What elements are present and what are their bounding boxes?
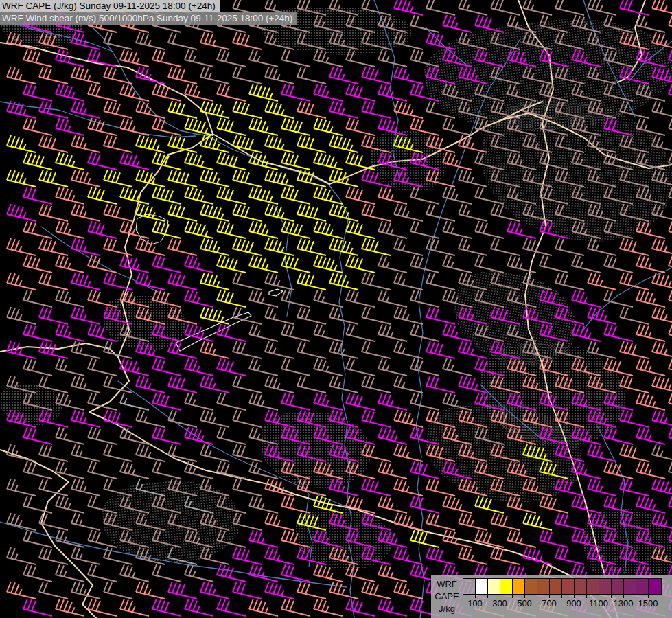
wind-barb — [39, 582, 68, 599]
wind-barb — [329, 0, 358, 15]
wind-barb — [200, 32, 229, 49]
wind-barb — [572, 290, 601, 307]
wind-barb — [604, 255, 633, 273]
wind-barb — [475, 290, 504, 307]
wind-barb — [23, 290, 52, 307]
wind-barb — [39, 307, 68, 324]
colorbar-cell — [649, 579, 661, 594]
wind-barb — [104, 32, 132, 49]
wind-barb — [620, 444, 649, 461]
wind-barb — [7, 582, 36, 599]
wind-barb — [426, 479, 455, 496]
wind-barb — [314, 152, 343, 170]
wind-barb — [152, 221, 181, 238]
colorbar-tick-label: 1500 — [638, 598, 658, 608]
wind-barb — [39, 170, 68, 187]
wind-barb — [136, 307, 165, 324]
wind-barb — [152, 496, 181, 513]
wind-barb — [249, 255, 278, 273]
wind-barb — [185, 427, 213, 444]
wind-barb — [378, 461, 407, 479]
wind-barb — [88, 152, 117, 170]
wind-barb — [669, 15, 672, 32]
wind-barb — [491, 307, 520, 324]
wind-barb — [265, 479, 294, 496]
wind-barb — [555, 32, 584, 49]
wind-barb — [217, 530, 246, 547]
wind-barb — [233, 67, 262, 84]
wind-barb — [23, 496, 52, 513]
wind-barb — [459, 479, 487, 496]
wind-barb — [297, 0, 326, 15]
wind-barb — [636, 427, 665, 444]
wind-barb — [394, 67, 423, 84]
wind-barb — [540, 15, 568, 32]
wind-barb — [265, 582, 294, 599]
wind-barb — [443, 290, 472, 307]
wind-barb — [329, 32, 358, 49]
wind-barb — [491, 479, 520, 496]
wind-barb — [588, 444, 616, 461]
colorbar-cell — [537, 579, 550, 594]
wind-barb — [555, 273, 584, 290]
wind-barb — [362, 238, 391, 255]
wind-barb — [314, 187, 343, 204]
wind-barb — [394, 582, 423, 599]
wind-barb — [71, 582, 100, 599]
wind-barb — [168, 32, 197, 49]
colorbar-cell — [488, 579, 500, 594]
wind-barb — [136, 479, 165, 496]
wind-barb — [152, 49, 181, 67]
wind-barb — [378, 564, 407, 582]
wind-barb — [572, 358, 601, 376]
wind-barb — [636, 393, 665, 410]
wind-barb — [588, 170, 616, 187]
wind-barb — [249, 49, 278, 67]
wind-barb — [297, 341, 326, 358]
wind-barb — [669, 530, 672, 547]
wind-barb — [329, 67, 358, 84]
wind-barb — [23, 187, 52, 204]
wind-barb — [152, 290, 181, 307]
wind-barb — [329, 170, 358, 187]
wind-barb — [620, 341, 649, 358]
wind-barb — [200, 170, 229, 187]
wind-barb — [200, 101, 229, 118]
wind-barb — [249, 496, 278, 513]
wind-barb — [459, 135, 487, 152]
colorbar-cell — [575, 579, 587, 594]
title-line-cape: WRF CAPE (J/kg) Sunday 09-11-2025 18:00 … — [0, 0, 220, 12]
wind-barb — [120, 221, 149, 238]
wind-barb — [540, 84, 568, 101]
wind-barb — [362, 135, 391, 152]
wind-barb — [636, 530, 665, 547]
wind-barb — [540, 255, 568, 273]
wind-barb — [249, 427, 278, 444]
wind-barb — [249, 152, 278, 170]
wind-barb — [410, 461, 439, 479]
wind-barb — [426, 341, 455, 358]
wind-barb — [233, 135, 262, 152]
wind-barb — [346, 255, 375, 273]
wind-barb — [185, 530, 213, 547]
wind-barb — [23, 564, 52, 582]
wind-barb — [572, 461, 601, 479]
wind-barb — [39, 410, 68, 427]
wind-barb — [523, 444, 552, 461]
wind-barb — [88, 496, 117, 513]
wind-barb — [459, 0, 487, 15]
wind-barb — [281, 84, 310, 101]
wind-barb — [669, 427, 672, 444]
wind-barb — [314, 358, 343, 376]
wind-barb — [233, 170, 262, 187]
wind-barb — [88, 324, 117, 341]
colorbar-tick-label: 300 — [492, 598, 507, 608]
wind-barb — [104, 170, 132, 187]
wind-barb — [265, 135, 294, 152]
wind-barb — [555, 341, 584, 358]
wind-barb — [346, 324, 375, 341]
wind-barb — [314, 599, 343, 616]
wind-barb — [410, 496, 439, 513]
wind-barb — [588, 307, 616, 324]
wind-barb — [120, 564, 149, 582]
